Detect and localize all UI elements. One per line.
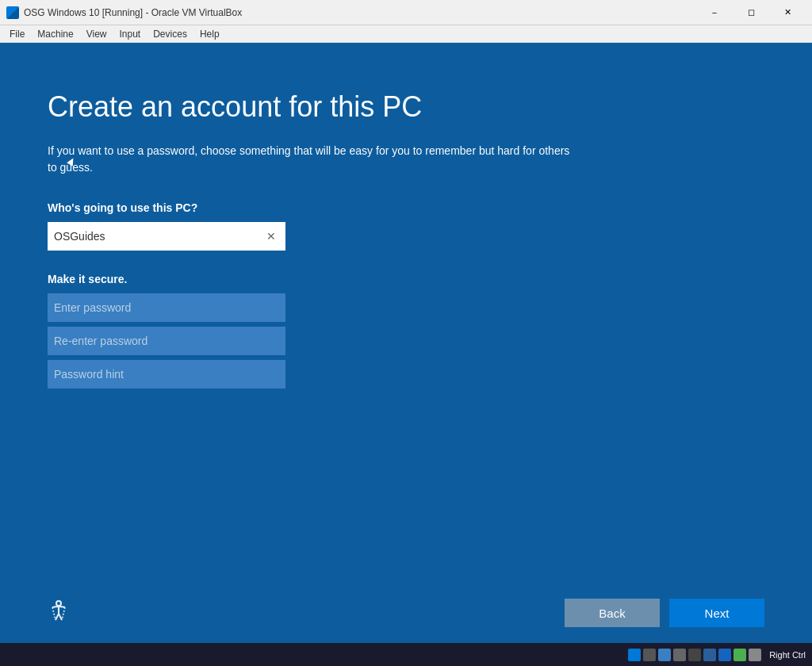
tray-icon-1[interactable]: [628, 649, 641, 661]
username-input[interactable]: [48, 222, 285, 251]
system-tray: Right Ctrl: [628, 649, 806, 661]
username-clear-button[interactable]: ✕: [260, 225, 282, 247]
next-button[interactable]: Next: [669, 599, 764, 627]
menu-file[interactable]: File: [3, 27, 31, 41]
tray-icon-6[interactable]: [703, 649, 716, 661]
vm-screen: Create an account for this PC If you wan…: [0, 43, 812, 643]
tray-icon-7[interactable]: [718, 649, 731, 661]
menu-help[interactable]: Help: [193, 27, 226, 41]
app-icon: [6, 6, 19, 19]
make-secure-label: Make it secure.: [48, 273, 764, 285]
taskbar: Right Ctrl: [0, 643, 812, 666]
tray-icon-2[interactable]: [643, 649, 656, 661]
username-row: ✕: [48, 222, 764, 251]
tray-icon-3[interactable]: [658, 649, 671, 661]
title-bar: OSG Windows 10 [Running] - Oracle VM Vir…: [0, 0, 812, 25]
menu-machine[interactable]: Machine: [31, 27, 79, 41]
tray-icon-9[interactable]: [749, 649, 761, 661]
window-title: OSG Windows 10 [Running] - Oracle VM Vir…: [24, 7, 696, 18]
window-controls[interactable]: − ◻ ✕: [696, 0, 806, 25]
tray-icon-5[interactable]: [688, 649, 701, 661]
right-ctrl-label: Right Ctrl: [769, 650, 806, 660]
nav-buttons: Back Next: [565, 599, 764, 627]
menu-devices[interactable]: Devices: [147, 27, 193, 41]
svg-point-0: [56, 601, 61, 606]
bottom-bar: Back Next: [0, 599, 812, 627]
restore-button[interactable]: ◻: [733, 0, 769, 25]
minimize-button[interactable]: −: [696, 0, 733, 25]
back-button[interactable]: Back: [565, 599, 660, 627]
password-input[interactable]: [48, 293, 285, 322]
menu-bar: File Machine View Input Devices Help: [0, 25, 812, 43]
accessibility-icon[interactable]: [48, 599, 70, 626]
tray-icon-4[interactable]: [673, 649, 686, 661]
page-description: If you want to use a password, choose so…: [48, 143, 571, 176]
password-hint-input[interactable]: [48, 360, 285, 388]
tray-icon-8[interactable]: [733, 649, 746, 661]
menu-input[interactable]: Input: [113, 27, 147, 41]
close-button[interactable]: ✕: [769, 0, 806, 25]
page-title: Create an account for this PC: [48, 90, 764, 124]
menu-view[interactable]: View: [80, 27, 113, 41]
reenter-password-input[interactable]: [48, 327, 285, 355]
who-label: Who's going to use this PC?: [48, 201, 764, 214]
